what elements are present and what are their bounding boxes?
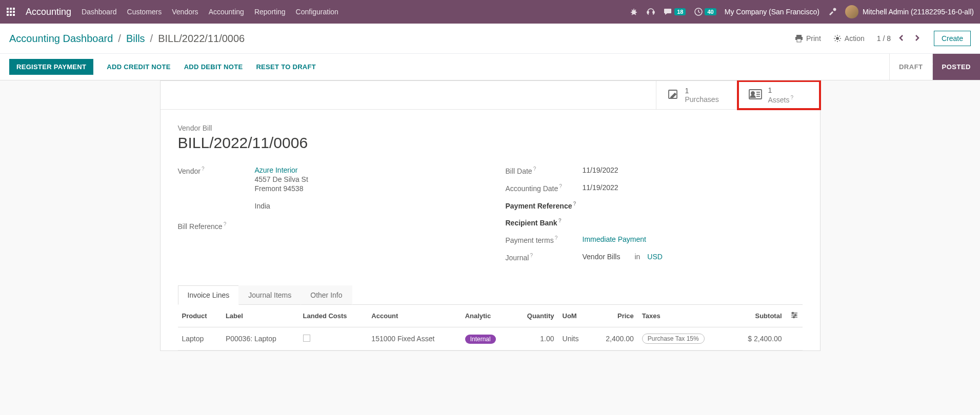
cell-product[interactable]: Laptop xyxy=(178,327,222,350)
currency-link[interactable]: USD xyxy=(647,253,663,261)
stat-purchases-count: 1 xyxy=(685,87,719,95)
brand-title[interactable]: Accounting xyxy=(26,7,71,17)
pager-prev[interactable] xyxy=(897,33,906,44)
user-name: Mitchell Admin (21182295-16-0-all) xyxy=(863,8,974,16)
register-payment-button[interactable]: REGISTER PAYMENT xyxy=(9,59,93,75)
nav-vendors[interactable]: Vendors xyxy=(172,8,198,16)
status-bar: DRAFT POSTED xyxy=(889,54,980,80)
top-navbar: Accounting Dashboard Customers Vendors A… xyxy=(0,0,980,24)
svg-rect-10 xyxy=(647,11,649,13)
nav-dashboard[interactable]: Dashboard xyxy=(82,8,117,16)
th-taxes[interactable]: Taxes xyxy=(638,305,731,327)
pager-next[interactable] xyxy=(912,33,922,44)
stat-purchases[interactable]: 1 Purchases xyxy=(656,81,738,109)
label-vendor: Vendor? xyxy=(178,166,255,210)
th-landed-costs[interactable]: Landed Costs xyxy=(299,305,368,327)
tax-pill[interactable]: Purchase Tax 15% xyxy=(642,334,705,344)
svg-rect-7 xyxy=(10,14,12,16)
cell-taxes[interactable]: Purchase Tax 15% xyxy=(638,327,731,350)
vendor-street: 4557 De Silva St xyxy=(255,175,308,183)
cell-landed-costs[interactable] xyxy=(299,327,368,350)
value-payment-terms[interactable]: Immediate Payment xyxy=(583,235,647,244)
add-credit-note-button[interactable]: ADD CREDIT NOTE xyxy=(107,63,170,71)
svg-rect-4 xyxy=(10,11,12,13)
label-journal: Journal? xyxy=(506,253,583,262)
svg-rect-11 xyxy=(653,11,654,13)
checkbox-icon[interactable] xyxy=(303,335,310,342)
svg-rect-5 xyxy=(13,11,15,13)
svg-point-16 xyxy=(836,37,839,40)
th-analytic[interactable]: Analytic xyxy=(461,305,512,327)
cell-quantity[interactable]: 1.00 xyxy=(512,327,558,350)
analytic-badge[interactable]: Internal xyxy=(465,335,496,344)
nav-customers[interactable]: Customers xyxy=(127,8,162,16)
stat-assets[interactable]: 1 Assets? xyxy=(738,81,820,109)
nav-accounting[interactable]: Accounting xyxy=(209,8,244,16)
cell-price[interactable]: 2,400.00 xyxy=(590,327,637,350)
th-subtotal[interactable]: Subtotal xyxy=(731,305,786,327)
svg-point-26 xyxy=(792,313,793,314)
tab-bar: Invoice Lines Journal Items Other Info xyxy=(178,285,803,305)
bug-icon[interactable] xyxy=(630,8,638,16)
reset-to-draft-button[interactable]: RESET TO DRAFT xyxy=(256,63,316,71)
cell-analytic[interactable]: Internal xyxy=(461,327,512,350)
svg-point-27 xyxy=(794,315,796,316)
breadcrumb-sep: / xyxy=(118,33,121,45)
tab-journal-items[interactable]: Journal Items xyxy=(238,285,301,305)
value-accounting-date[interactable]: 11/19/2022 xyxy=(583,183,618,193)
svg-rect-2 xyxy=(13,8,15,10)
label-bill-reference: Bill Reference? xyxy=(178,221,255,231)
table-row[interactable]: Laptop P00036: Laptop 151000 Fixed Asset… xyxy=(178,327,803,350)
nav-reporting[interactable]: Reporting xyxy=(254,8,286,16)
print-label: Print xyxy=(806,34,821,43)
user-menu[interactable]: Mitchell Admin (21182295-16-0-all) xyxy=(845,5,974,18)
vendor-city: Fremont 94538 xyxy=(255,184,308,193)
pager-text[interactable]: 1 / 8 xyxy=(877,34,891,43)
th-product[interactable]: Product xyxy=(178,305,222,327)
breadcrumb-root[interactable]: Accounting Dashboard xyxy=(9,33,113,45)
breadcrumb-mid[interactable]: Bills xyxy=(126,33,145,45)
cell-uom[interactable]: Units xyxy=(558,327,591,350)
doc-title: BILL/2022/11/0006 xyxy=(178,134,803,152)
status-posted[interactable]: POSTED xyxy=(932,54,980,80)
tools-icon[interactable] xyxy=(828,7,837,16)
create-button[interactable]: Create xyxy=(934,31,971,46)
doc-type: Vendor Bill xyxy=(178,124,803,132)
add-debit-note-button[interactable]: ADD DEBIT NOTE xyxy=(184,63,243,71)
svg-point-19 xyxy=(751,92,754,95)
vendor-link[interactable]: Azure Interior xyxy=(255,166,298,174)
stat-buttons-row: 1 Purchases 1 Assets? xyxy=(161,81,820,110)
status-draft[interactable]: DRAFT xyxy=(889,54,932,80)
th-account[interactable]: Account xyxy=(367,305,461,327)
svg-rect-13 xyxy=(796,35,802,37)
cell-subtotal[interactable]: $ 2,400.00 xyxy=(731,327,786,350)
svg-rect-15 xyxy=(797,39,801,42)
label-payment-reference: Payment Reference? xyxy=(506,201,583,210)
invoice-lines-table: Product Label Landed Costs Account Analy… xyxy=(178,305,803,350)
label-bill-date: Bill Date? xyxy=(506,166,583,175)
action-button[interactable]: Action xyxy=(833,34,865,43)
value-bill-date[interactable]: 11/19/2022 xyxy=(583,166,618,175)
nav-configuration[interactable]: Configuration xyxy=(296,8,338,16)
breadcrumb-bar: Accounting Dashboard / Bills / BILL/2022… xyxy=(0,24,980,54)
th-price[interactable]: Price xyxy=(590,305,637,327)
apps-icon[interactable] xyxy=(6,7,15,16)
messages-icon[interactable]: 18 xyxy=(664,7,686,16)
breadcrumb-sep: / xyxy=(150,33,153,45)
value-journal[interactable]: Vendor Bills in USD xyxy=(583,253,663,262)
action-label: Action xyxy=(845,34,865,43)
th-label[interactable]: Label xyxy=(222,305,299,327)
tab-other-info[interactable]: Other Info xyxy=(301,285,352,305)
th-uom[interactable]: UoM xyxy=(558,305,591,327)
activities-icon[interactable]: 40 xyxy=(694,7,716,16)
column-options-icon[interactable] xyxy=(790,313,798,321)
cell-account[interactable]: 151000 Fixed Asset xyxy=(367,327,461,350)
cell-label[interactable]: P00036: Laptop xyxy=(222,327,299,350)
company-switcher[interactable]: My Company (San Francisco) xyxy=(725,8,819,16)
th-quantity[interactable]: Quantity xyxy=(512,305,558,327)
support-icon[interactable] xyxy=(646,7,655,16)
print-button[interactable]: Print xyxy=(795,34,821,43)
tab-invoice-lines[interactable]: Invoice Lines xyxy=(178,285,239,305)
value-vendor[interactable]: Azure Interior 4557 De Silva St Fremont … xyxy=(255,166,308,210)
breadcrumb-current: BILL/2022/11/0006 xyxy=(158,33,245,45)
